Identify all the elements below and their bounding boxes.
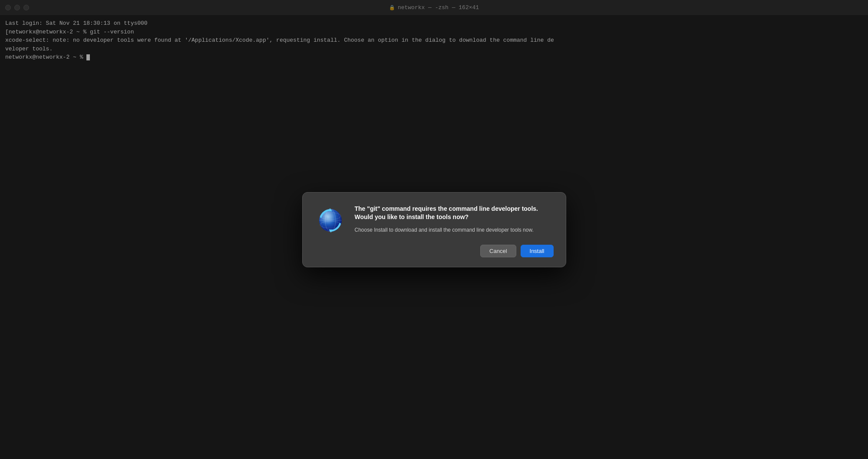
dialog-buttons: Cancel Install xyxy=(315,245,554,257)
dialog-icon-area xyxy=(315,205,346,236)
cancel-button[interactable]: Cancel xyxy=(480,245,516,257)
install-button[interactable]: Install xyxy=(521,245,554,257)
dialog-body: The "git" command requires the command l… xyxy=(315,205,554,236)
dialog-message: Choose Install to download and install t… xyxy=(355,226,554,234)
globe-icon xyxy=(315,205,346,236)
dialog-title: The "git" command requires the command l… xyxy=(355,205,554,222)
dialog-text-area: The "git" command requires the command l… xyxy=(355,205,554,236)
dialog-overlay: The "git" command requires the command l… xyxy=(0,0,868,459)
install-tools-dialog: The "git" command requires the command l… xyxy=(302,192,566,267)
